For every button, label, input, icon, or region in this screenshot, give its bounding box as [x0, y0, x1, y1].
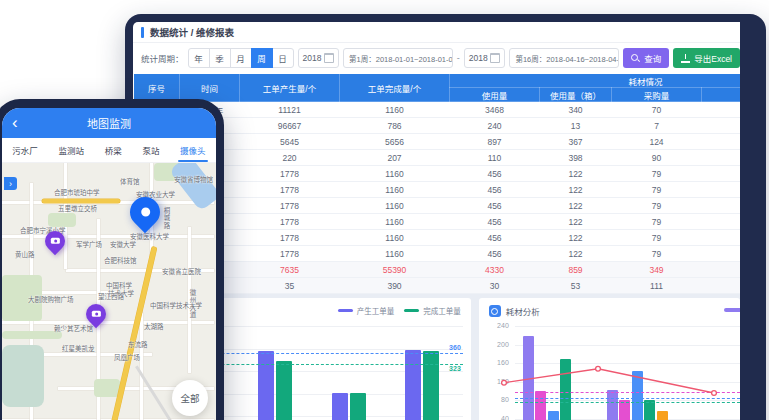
map-label: 东流路: [128, 339, 148, 349]
map-label: 赖少其艺术馆: [54, 323, 93, 333]
chart-legend: 产生工单量完成工单量: [338, 305, 461, 316]
consumable-bar: [632, 371, 643, 420]
tab-摄像头[interactable]: 摄像头: [178, 138, 208, 162]
table-cell: 67: [702, 246, 741, 262]
period-label: 统计周期：: [141, 52, 184, 64]
legend-swatch: [338, 309, 353, 313]
table-cell: 129: [702, 134, 741, 150]
range-start-input[interactable]: 第1周：2018-01-01~2018-01-07: [343, 48, 453, 68]
legend-item[interactable]: 完成工单量: [404, 305, 461, 316]
y-tick-label: 120: [487, 378, 509, 385]
map-label: 徽州大道: [187, 289, 197, 319]
map-label: 望江西路: [98, 291, 124, 301]
table-cell: 122: [540, 198, 612, 214]
table-cell: 690: [702, 118, 741, 134]
tab-泵站[interactable]: 泵站: [140, 138, 161, 162]
table-cell: 79: [612, 198, 702, 214]
table-cell: 67: [702, 230, 741, 246]
y-tick-label: 200: [487, 341, 509, 348]
period-segment: 年季月周日: [188, 48, 294, 68]
table-cell: 1778: [240, 246, 340, 262]
table-cell: 19: [702, 150, 741, 166]
table-cell: 456: [450, 182, 540, 198]
gridline: [515, 345, 740, 346]
query-button[interactable]: 查询: [623, 48, 669, 68]
map-view[interactable]: 合肥市琥珀中学体育馆安徽农业大学安徽省博物馆五里墩立交桥合肥市宁溪小学军学广场安…: [2, 163, 216, 420]
gridline: [515, 382, 740, 383]
export-excel-button[interactable]: 导出Excel: [673, 48, 740, 68]
table-cell: 111: [612, 278, 702, 294]
table-cell: 786: [340, 118, 450, 134]
consumable-bar: [535, 391, 546, 420]
report-table: 序号时间工单产生量/个工单完成量/个耗材情况使用量使用量（箱）采购量金额1201…: [133, 73, 740, 294]
table-cell: 349: [612, 262, 702, 278]
table-cell: 13: [540, 118, 612, 134]
average-row: 平均值35390305311114: [134, 278, 741, 294]
table-cell: 859: [540, 262, 612, 278]
table-cell: 1160: [340, 246, 450, 262]
table-cell: 55390: [340, 262, 450, 278]
map-road: [140, 313, 143, 420]
table-cell: 1160: [340, 166, 450, 182]
table-cell: 67: [702, 214, 741, 230]
table-cell: 1778: [240, 166, 340, 182]
consumable-bar: [560, 359, 571, 420]
table-cell: 1160: [340, 182, 450, 198]
table-cell: 110: [450, 150, 540, 166]
table-cell: 207: [340, 150, 450, 166]
reference-label: 323: [449, 365, 461, 372]
map-label: 合肥市琥珀中学: [54, 187, 100, 197]
phone-header: ‹ 地图监测: [2, 108, 216, 138]
back-icon[interactable]: ‹: [12, 110, 18, 136]
map-label: 安徽省博物馆: [174, 174, 213, 184]
table-cell: 4330: [450, 262, 540, 278]
table-cell: 250: [702, 102, 741, 118]
table-cell: 67: [702, 198, 741, 214]
expand-icon[interactable]: ›: [4, 177, 17, 190]
year-start-select[interactable]: 2018: [298, 48, 340, 68]
period-option[interactable]: 月: [230, 48, 252, 68]
tab-污水厂[interactable]: 污水厂: [10, 138, 40, 162]
phone-tabbar: 污水厂监测站桥梁泵站摄像头: [2, 138, 216, 163]
tab-桥梁[interactable]: 桥梁: [103, 138, 124, 162]
bar-完成工单量: [350, 393, 366, 420]
column-header: 工单完成量/个: [340, 74, 450, 102]
reference-line: [515, 398, 740, 399]
table-cell: 1160: [340, 230, 450, 246]
period-option[interactable]: 季: [209, 48, 231, 68]
table-cell: 122: [540, 246, 612, 262]
range-end-input[interactable]: 第16周：2018-04-16~2018-04-22: [509, 48, 619, 68]
breadcrumb-bar: 数据统计 / 维修报表: [133, 22, 740, 43]
tab-监测站[interactable]: 监测站: [57, 138, 87, 162]
table-row: 8177811604561227967: [134, 214, 741, 230]
table-cell: 35: [240, 278, 340, 294]
consumables-chart-card[interactable]: 耗材分析 2402001601208040: [479, 298, 740, 420]
table-cell: 5645: [240, 134, 340, 150]
legend-item[interactable]: 产生工单量: [338, 305, 395, 316]
table-cell: 11121: [240, 102, 340, 118]
table-row: 296667786240137690: [134, 118, 741, 134]
table-row: 7177811604561227967: [134, 198, 741, 214]
table-cell: 1160: [340, 198, 450, 214]
chart-title: 耗材分析: [506, 305, 540, 317]
table-cell: 1778: [240, 198, 340, 214]
period-option[interactable]: 日: [272, 48, 294, 68]
bar-完成工单量: [423, 351, 439, 420]
map-label: 桐城路: [161, 207, 171, 230]
table-cell: 70: [612, 102, 702, 118]
year-end-select[interactable]: 2018: [464, 48, 506, 68]
table-row: 9177811604561227967: [134, 230, 741, 246]
map-road: [2, 235, 214, 238]
consumable-bar: [523, 336, 534, 420]
table-cell: 122: [540, 166, 612, 182]
phone-frame: ‹ 地图监测 污水厂监测站桥梁泵站摄像头 合肥市琥珀中学体育馆安徽农业大学安徽省…: [0, 99, 224, 420]
period-option[interactable]: 周: [251, 48, 273, 68]
table-cell: 122: [540, 182, 612, 198]
all-button[interactable]: 全部: [172, 380, 208, 416]
year-end-value: 2018: [469, 53, 488, 63]
legend-swatch: [724, 308, 740, 312]
map-lake: [2, 345, 44, 407]
map-label: 五里墩立交桥: [58, 203, 97, 213]
period-option[interactable]: 年: [188, 48, 210, 68]
legend-label: 产生工单量: [357, 305, 395, 316]
